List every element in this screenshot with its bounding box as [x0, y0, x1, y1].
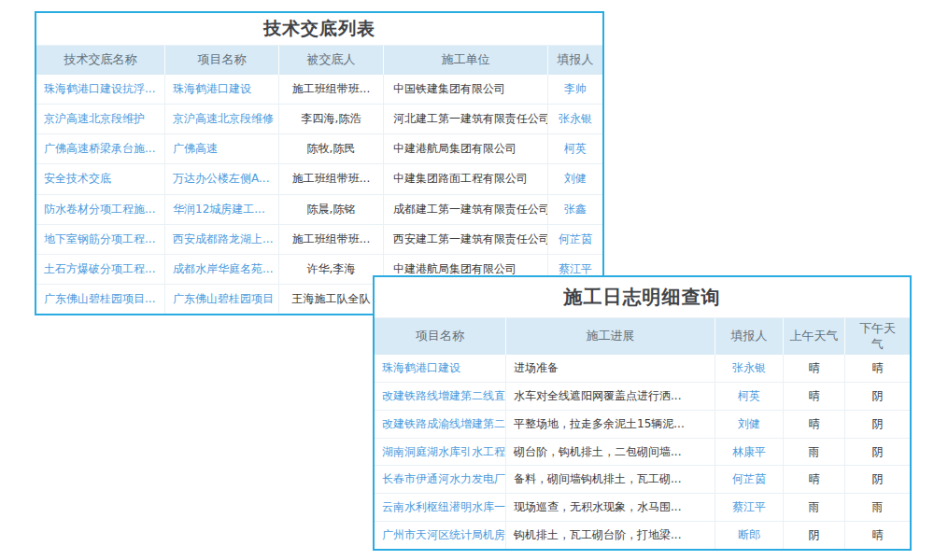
- disclosure-header-row: 技术交底名称项目名称被交底人施工单位填报人: [36, 45, 602, 75]
- link-cell[interactable]: 广佛高速桥梁承台施...: [36, 134, 165, 163]
- table-row: 广州市天河区统计局机房改造项目钩机排土，瓦工砌台阶，打地梁...断郎阴晴: [375, 521, 910, 549]
- link-cell[interactable]: 断郎: [715, 522, 784, 549]
- column-header: 技术交底名称: [36, 46, 165, 75]
- column-header: 上午天气: [784, 318, 845, 355]
- table-row: 京沪高速北京段维护京沪高速北京段维修李四海,陈浩河北建工第一建筑有限责任公司张永…: [36, 104, 602, 133]
- link-cell[interactable]: 安全技术交底: [36, 164, 165, 193]
- link-cell[interactable]: 云南水利枢纽潜明水库一期工程: [375, 494, 506, 521]
- column-header: 下午天气: [845, 318, 910, 355]
- link-cell[interactable]: 广佛高速: [165, 134, 279, 163]
- link-cell[interactable]: 防水卷材分项工程施...: [36, 195, 165, 224]
- link-cell[interactable]: 改建铁路成渝线增建第二直通线: [375, 411, 506, 438]
- link-cell[interactable]: 珠海鹤港口建设抗浮...: [36, 75, 165, 104]
- column-header: 项目名称: [375, 318, 506, 355]
- table-cell: 阴: [845, 383, 910, 410]
- link-cell[interactable]: 张永银: [715, 355, 784, 382]
- link-cell[interactable]: 京沪高速北京段维护: [36, 105, 165, 133]
- disclosure-table-card: 技术交底列表 技术交底名称项目名称被交底人施工单位填报人 珠海鹤港口建设抗浮..…: [35, 11, 604, 315]
- table-cell: 砌台阶，钩机排土，二包砌间墙...: [506, 439, 715, 466]
- table-row: 改建铁路成渝线增建第二直通线平整场地，拉走多余泥土15辆泥...刘健晴阴: [375, 410, 910, 438]
- table-cell: 阴: [845, 439, 910, 466]
- table-cell: 晴: [845, 522, 910, 549]
- link-cell[interactable]: 林康平: [715, 439, 784, 466]
- link-cell[interactable]: 广东佛山碧桂园项目: [165, 285, 279, 314]
- link-cell[interactable]: 珠海鹤港口建设: [375, 355, 506, 382]
- link-cell[interactable]: 何芷茵: [715, 466, 784, 493]
- link-cell[interactable]: 李帅: [548, 75, 602, 104]
- table-cell: 雨: [784, 494, 845, 521]
- link-cell[interactable]: 广州市天河区统计局机房改造项目: [375, 522, 506, 549]
- link-cell[interactable]: 柯英: [715, 383, 784, 410]
- table-row: 湖南洞庭湖水库引水工程施工队砌台阶，钩机排土，二包砌间墙...林康平雨阴: [375, 438, 910, 466]
- table-cell: 阴: [845, 411, 910, 438]
- link-cell[interactable]: 土石方爆破分项工程...: [36, 255, 165, 284]
- disclosure-table-title: 技术交底列表: [36, 13, 602, 45]
- link-cell[interactable]: 刘健: [715, 411, 784, 438]
- table-cell: 河北建工第一建筑有限责任公司: [384, 105, 548, 133]
- table-cell: 晴: [784, 466, 845, 493]
- link-cell[interactable]: 广东佛山碧桂园项目...: [36, 285, 165, 314]
- log-table-card: 施工日志明细查询 项目名称施工进展填报人上午天气下午天气 珠海鹤港口建设进场准备…: [373, 275, 912, 551]
- table-cell: 李四海,陈浩: [279, 105, 384, 133]
- table-row: 地下室钢筋分项工程...西安成都路龙湖上...施工班组带班...西安建工第一建筑…: [36, 224, 602, 254]
- table-cell: 阴: [784, 522, 845, 549]
- table-cell: 晴: [784, 383, 845, 410]
- column-header: 施工进展: [506, 318, 715, 355]
- table-row: 防水卷材分项工程施...华润12城房建工...陈晨,陈铭成都建工第一建筑有限责任…: [36, 194, 602, 224]
- table-cell: 晴: [784, 355, 845, 382]
- table-cell: 施工班组带班...: [279, 225, 384, 254]
- table-cell: 钩机排土，瓦工砌台阶，打地梁...: [506, 522, 715, 549]
- link-cell[interactable]: 京沪高速北京段维修: [165, 105, 279, 133]
- table-row: 长春市伊通河水力发电厂改建工程备料，砌间墙钩机排土，瓦工砌...何芷茵晴阴: [375, 465, 910, 493]
- table-cell: 雨: [784, 439, 845, 466]
- link-cell[interactable]: 成都水岸华庭名苑...: [165, 255, 279, 284]
- link-cell[interactable]: 华润12城房建工...: [165, 195, 279, 224]
- table-cell: 施工班组带班...: [279, 75, 384, 104]
- table-cell: 中国铁建集团有限公司: [384, 75, 548, 104]
- table-cell: 备料，砌间墙钩机排土，瓦工砌...: [506, 466, 715, 493]
- table-cell: 施工班组带班...: [279, 164, 384, 193]
- table-cell: 成都建工第一建筑有限责任公司: [384, 195, 548, 224]
- link-cell[interactable]: 珠海鹤港口建设: [165, 75, 279, 104]
- link-cell[interactable]: 万达办公楼左侧A...: [165, 164, 279, 193]
- table-cell: 陈晨,陈铭: [279, 195, 384, 224]
- table-cell: 现场巡查，无积水现象，水马围...: [506, 494, 715, 521]
- table-cell: 雨: [845, 494, 910, 521]
- table-cell: 中建港航局集团有限公司: [384, 134, 548, 163]
- link-cell[interactable]: 张鑫: [548, 195, 602, 224]
- table-cell: 阴: [845, 466, 910, 493]
- table-cell: 晴: [784, 411, 845, 438]
- table-cell: 晴: [845, 355, 910, 382]
- table-row: 云南水利枢纽潜明水库一期工程现场巡查，无积水现象，水马围...蔡江平雨雨: [375, 493, 910, 521]
- log-header-row: 项目名称施工进展填报人上午天气下午天气: [375, 317, 910, 355]
- link-cell[interactable]: 蔡江平: [715, 494, 784, 521]
- table-cell: 王海施工队全队: [279, 285, 384, 314]
- link-cell[interactable]: 刘健: [548, 164, 602, 193]
- link-cell[interactable]: 张永银: [548, 105, 602, 133]
- column-header: 被交底人: [279, 46, 384, 75]
- table-cell: 西安建工第一建筑有限责任公司: [384, 225, 548, 254]
- link-cell[interactable]: 改建铁路线增建第二线直通线: [375, 383, 506, 410]
- table-row: 珠海鹤港口建设进场准备张永银晴晴: [375, 355, 910, 382]
- table-row: 改建铁路线增建第二线直通线水车对全线遮阳网覆盖点进行洒...柯英晴阴: [375, 382, 910, 410]
- table-cell: 进场准备: [506, 355, 715, 382]
- table-cell: 中建集团路面工程有限公司: [384, 164, 548, 193]
- log-table-body: 珠海鹤港口建设进场准备张永银晴晴改建铁路线增建第二线直通线水车对全线遮阳网覆盖点…: [375, 355, 910, 549]
- table-cell: 水车对全线遮阳网覆盖点进行洒...: [506, 383, 715, 410]
- log-table-title: 施工日志明细查询: [375, 277, 910, 317]
- column-header: 填报人: [715, 318, 784, 355]
- table-row: 安全技术交底万达办公楼左侧A...施工班组带班...中建集团路面工程有限公司刘健: [36, 163, 602, 193]
- table-cell: 陈牧,陈民: [279, 134, 384, 163]
- column-header: 项目名称: [165, 46, 279, 75]
- column-header: 填报人: [548, 46, 602, 75]
- link-cell[interactable]: 西安成都路龙湖上...: [165, 225, 279, 254]
- link-cell[interactable]: 地下室钢筋分项工程...: [36, 225, 165, 254]
- link-cell[interactable]: 湖南洞庭湖水库引水工程施工队: [375, 439, 506, 466]
- column-header: 施工单位: [384, 46, 548, 75]
- table-cell: 许华,李海: [279, 255, 384, 284]
- link-cell[interactable]: 柯英: [548, 134, 602, 163]
- table-cell: 平整场地，拉走多余泥土15辆泥...: [506, 411, 715, 438]
- table-row: 珠海鹤港口建设抗浮...珠海鹤港口建设施工班组带班...中国铁建集团有限公司李帅: [36, 75, 602, 104]
- link-cell[interactable]: 何芷茵: [548, 225, 602, 254]
- link-cell[interactable]: 长春市伊通河水力发电厂改建工程: [375, 466, 506, 493]
